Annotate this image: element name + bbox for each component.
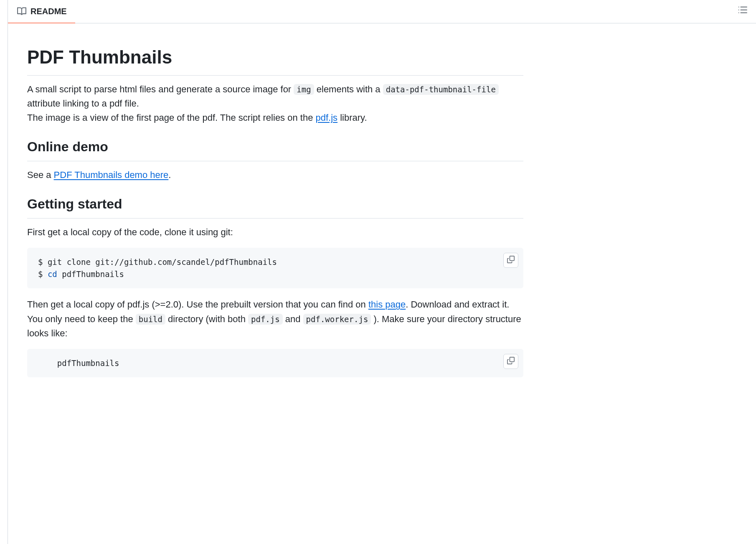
link-this-page[interactable]: this page (368, 299, 406, 310)
code-block-structure: pdfThumbnails (27, 349, 523, 378)
heading-getting-started: Getting started (27, 194, 523, 219)
heading-online-demo: Online demo (27, 137, 523, 161)
copy-button[interactable] (503, 354, 518, 369)
text: library. (337, 112, 367, 123)
book-icon (17, 7, 26, 16)
readme-container: README PDF Thumbnails A small script to … (8, 0, 756, 544)
code-pdfworker: pdf.worker.js (303, 314, 371, 325)
text: Then get a local copy of pdf.js (>=2.0).… (27, 299, 368, 310)
outline-button[interactable] (736, 5, 749, 18)
tab-header: README (8, 0, 756, 23)
code-line: $ cd pdfThumbnails (38, 268, 512, 280)
code-line: $ git clone git://github.com/scandel/pdf… (38, 256, 512, 268)
link-demo[interactable]: PDF Thumbnails demo here (54, 170, 169, 180)
copy-button[interactable] (503, 253, 518, 268)
pdfjs-paragraph: Then get a local copy of pdf.js (>=2.0).… (27, 297, 523, 340)
code-build: build (136, 314, 165, 325)
tab-readme[interactable]: README (8, 0, 75, 23)
code-pdfjs: pdf.js (248, 314, 283, 325)
demo-paragraph: See a PDF Thumbnails demo here. (27, 168, 523, 182)
text: . (168, 170, 171, 180)
list-icon (738, 5, 747, 18)
text: See a (27, 170, 54, 180)
text: attribute linking to a pdf file. (27, 98, 139, 109)
intro-paragraph: A small script to parse html files and g… (27, 82, 523, 125)
link-pdfjs[interactable]: pdf.js (316, 112, 338, 123)
copy-icon (507, 356, 515, 368)
getting-started-intro: First get a local copy of the code, clon… (27, 225, 523, 239)
heading-title: PDF Thumbnails (27, 43, 523, 76)
text: directory (with both (165, 314, 248, 324)
text: A small script to parse html files and g… (27, 84, 294, 94)
command-text: pdfThumbnails (57, 269, 124, 279)
text: and (283, 314, 303, 324)
code-attr: data-pdf-thumbnail-file (383, 84, 499, 95)
tab-label: README (30, 5, 67, 18)
readme-content: PDF Thumbnails A small script to parse h… (8, 23, 543, 377)
copy-icon (507, 254, 515, 267)
code-line: pdfThumbnails (38, 357, 512, 369)
text: elements with a (314, 84, 383, 94)
code-block-clone: $ git clone git://github.com/scandel/pdf… (27, 248, 523, 288)
text: The image is a view of the first page of… (27, 112, 316, 123)
command-keyword: cd (48, 269, 57, 279)
prompt: $ (38, 269, 48, 279)
code-img: img (294, 84, 314, 95)
prompt: $ (38, 257, 48, 267)
command-text: git clone git://github.com/scandel/pdfTh… (48, 257, 277, 267)
